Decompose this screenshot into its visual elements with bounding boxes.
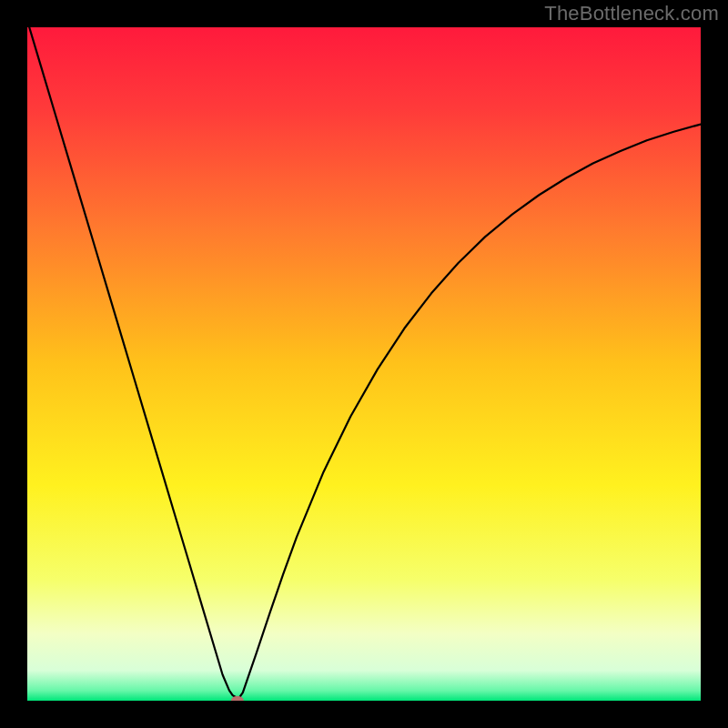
plot-area xyxy=(27,27,701,701)
watermark-text: TheBottleneck.com xyxy=(544,2,719,25)
chart-svg xyxy=(27,27,701,701)
chart-frame: TheBottleneck.com xyxy=(0,0,728,728)
gradient-background xyxy=(27,27,701,701)
